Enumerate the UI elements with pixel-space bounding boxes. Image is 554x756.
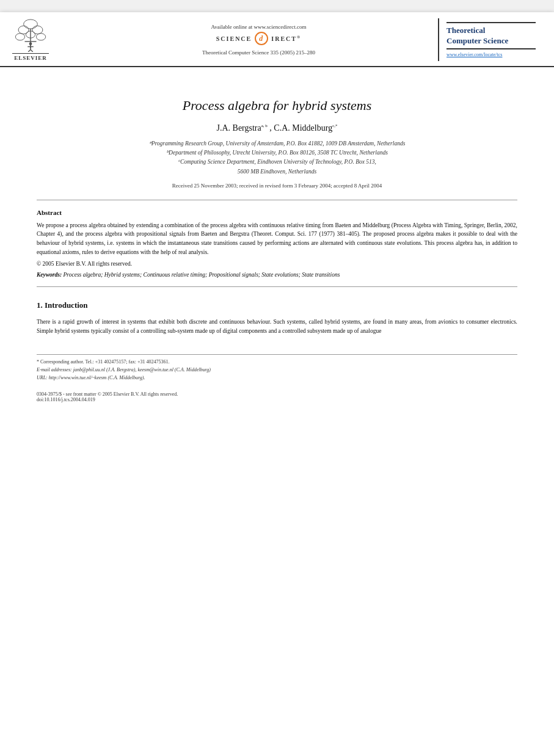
elsevier-tree-icon <box>12 18 49 52</box>
tcs-url[interactable]: www.elsevier.com/locate/tcs <box>446 52 502 57</box>
keywords-section: Keywords: Process algebra; Hybrid system… <box>37 272 517 278</box>
affiliation-c1: ᶜComputing Science Department, Eindhoven… <box>37 158 517 167</box>
svg-point-1 <box>18 26 29 34</box>
author1-affil: a, b <box>261 123 268 128</box>
footnote-url: URL: http://www.win.tue.nl/~keesm (C.A. … <box>37 374 517 382</box>
affiliation-c2: 5600 MB Eindhoven, Netherlands <box>37 167 517 176</box>
elsevier-wordmark: ELSEVIER <box>12 53 49 61</box>
tcs-bottom-rule <box>446 48 536 49</box>
svg-line-11 <box>28 49 31 52</box>
sciencedirect-logo: SCIENCE d IRECT® <box>216 32 301 45</box>
authors-line: J.A. Bergstraa, b , C.A. Middelburgc,* <box>37 123 517 133</box>
footnote-email-text: E-mail addresses: janb@phil.uu.nl (J.A. … <box>37 367 211 373</box>
footer-license: 0304-3975/$ - see front matter © 2005 El… <box>37 391 517 397</box>
tcs-journal-section: Theoretical Computer Science www.elsevie… <box>438 18 536 61</box>
available-online-text: Available online at www.sciencedirect.co… <box>211 24 307 30</box>
footnote-corresponding: * Corresponding author. Tel.: +31 402475… <box>37 358 517 366</box>
tcs-journal-title: Theoretical Computer Science <box>446 26 508 46</box>
author1-name: J.A. Bergstra <box>216 123 261 133</box>
tcs-top-rule <box>446 22 536 23</box>
author2-affil: c,* <box>332 123 337 128</box>
page: ELSEVIER Available online at www.science… <box>0 12 554 756</box>
svg-line-12 <box>31 49 33 52</box>
sd-circle-icon: d <box>255 32 268 45</box>
svg-point-3 <box>15 34 24 40</box>
intro-text: There is a rapid growth of interest in s… <box>37 319 517 334</box>
header-divider <box>37 200 517 200</box>
abstract-text-content: We propose a process algebra obtained by… <box>37 222 517 255</box>
keywords-label: Keywords: <box>37 272 62 278</box>
intro-paragraph1: There is a rapid growth of interest in s… <box>37 318 517 336</box>
submission-dates: Received 25 November 2003; received in r… <box>37 183 517 189</box>
keywords-list: Process algebra; Hybrid systems; Continu… <box>64 272 340 278</box>
svg-point-0 <box>24 20 38 29</box>
abstract-divider <box>37 286 517 287</box>
footer-doi: doi:10.1016/j.tcs.2004.04.019 <box>37 397 517 402</box>
affiliation-a: ᵃProgramming Research Group, University … <box>37 139 517 148</box>
main-content: Process algebra for hybrid systems J.A. … <box>0 67 554 421</box>
paper-title: Process algebra for hybrid systems <box>37 98 517 114</box>
footer-info: 0304-3975/$ - see front matter © 2005 El… <box>37 391 517 402</box>
abstract-label: Abstract <box>37 209 517 216</box>
journal-citation: Theoretical Computer Science 335 (2005) … <box>202 49 315 56</box>
elsevier-logo: ELSEVIER <box>12 18 49 61</box>
copyright-notice: © 2005 Elsevier B.V. All rights reserved… <box>37 261 517 267</box>
svg-point-8 <box>29 42 32 45</box>
svg-point-2 <box>32 26 43 34</box>
elsevier-logo-section: ELSEVIER <box>12 18 79 61</box>
journal-header: ELSEVIER Available online at www.science… <box>0 12 554 67</box>
header-center-section: Available online at www.sciencedirect.co… <box>86 18 432 61</box>
affiliations: ᵃProgramming Research Group, University … <box>37 139 517 176</box>
affiliation-b: ᵇDepartment of Philosophy, Utrecht Unive… <box>37 148 517 158</box>
footnote-email: E-mail addresses: janb@phil.uu.nl (J.A. … <box>37 366 517 374</box>
author-separator: , C.A. Middelburg <box>269 123 332 133</box>
intro-heading: 1. Introduction <box>37 300 517 310</box>
footnote-section: * Corresponding author. Tel.: +31 402475… <box>37 354 517 382</box>
abstract-body: We propose a process algebra obtained by… <box>37 221 517 257</box>
footnote-url-text: URL: http://www.win.tue.nl/~keesm (C.A. … <box>37 375 145 380</box>
svg-point-5 <box>36 34 45 40</box>
